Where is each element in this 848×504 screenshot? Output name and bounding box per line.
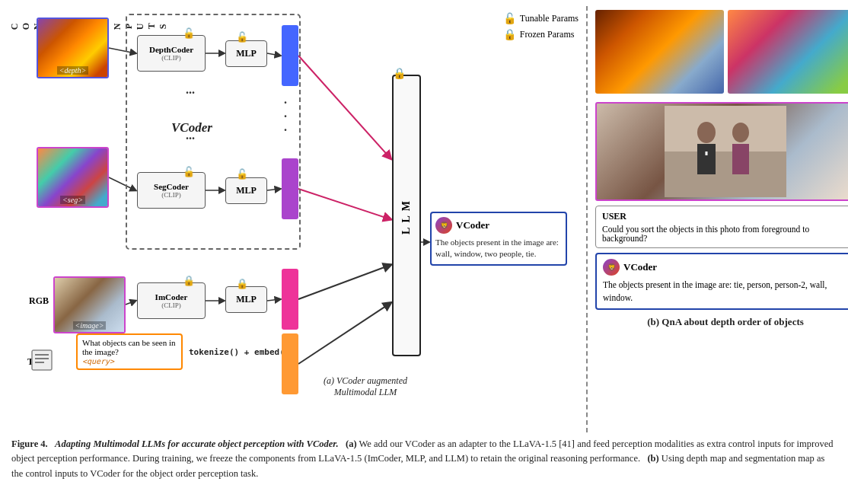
user-question-text: Could you sort the objects in this photo…	[602, 225, 848, 243]
seg-coder-label: SegCoder	[154, 182, 189, 191]
thermal-pseudo	[595, 10, 724, 94]
depth-coder-lock: 🔓	[183, 27, 195, 40]
llm-box: LLM	[392, 75, 421, 356]
right-rgb-photo	[595, 102, 848, 201]
svg-rect-19	[665, 152, 786, 197]
frozen-label: Frozen Params	[520, 29, 575, 40]
seg-pseudo-img: <seg>	[38, 148, 107, 206]
section-b-label: (b) QnA about depth order of objects	[595, 316, 848, 328]
figure-part-a-label: (a)	[346, 439, 357, 449]
figure-number: Figure 4.	[11, 439, 48, 449]
mlp-seg-label: MLP	[236, 185, 257, 196]
svg-line-2	[126, 301, 135, 305]
rgb-image: <image>	[53, 276, 126, 333]
rgb-side-label: RGB	[29, 295, 49, 307]
svg-rect-24	[732, 144, 749, 174]
seg-label: <seg>	[60, 196, 85, 204]
frozen-legend: 🔒 Frozen Params	[503, 28, 579, 41]
tokenize-label: tokenize() + embed()	[189, 347, 289, 357]
svg-line-12	[298, 303, 391, 364]
svg-line-9	[298, 56, 391, 158]
mlp-depth-label: MLP	[236, 48, 257, 59]
right-section: USER Could you sort the objects in this …	[586, 6, 848, 432]
svg-rect-21	[697, 144, 716, 174]
rgb-photo-svg	[665, 106, 786, 197]
text-query-text: What objects can be seen in the image?	[82, 338, 175, 356]
answer-header: 🦁 VCoder	[435, 217, 562, 234]
vcoder-answer-box: 🦁 VCoder The objects present in the imag…	[430, 212, 567, 266]
figure-caption: Figure 4. Adapting Multimodal LLMs for a…	[8, 432, 840, 481]
user-label: USER	[602, 211, 848, 222]
svg-line-8	[267, 299, 280, 301]
caption-line1: (a) VCoder augmented	[324, 375, 407, 386]
depth-label: <depth>	[57, 66, 89, 75]
mlp-seg-lock: 🔓	[236, 168, 248, 180]
vcoder-right-answer-text: The objects present in the image are: ti…	[603, 279, 848, 304]
seg-right-pseudo	[728, 10, 849, 94]
im-coder-sub: (CLIP)	[161, 301, 181, 309]
text-query-box: What objects can be seen in the image? <…	[76, 333, 183, 370]
seg-coder-sub: (CLIP)	[161, 191, 181, 199]
feat-bar-purple	[282, 158, 298, 219]
frozen-lock-icon: 🔒	[503, 28, 516, 41]
tunable-label: Tunable Params	[520, 13, 579, 24]
vcoder-right-label: VCoder	[623, 261, 657, 273]
vcoder-right-answer-box: 🦁 VCoder The objects present in the imag…	[595, 253, 848, 310]
llm-label: LLM	[400, 196, 413, 234]
svg-point-23	[732, 123, 749, 142]
feat-bar-pink	[282, 269, 298, 330]
mlp-depth-lock: 🔓	[236, 31, 248, 43]
seg-image: <seg>	[37, 147, 109, 208]
diagram-caption: (a) VCoder augmented Multimodal LLM	[297, 375, 434, 398]
tunable-lock-icon: 🔓	[503, 12, 516, 25]
user-question-box: USER Could you sort the objects in this …	[595, 206, 848, 248]
figure-part-b-label: (b)	[647, 453, 658, 464]
im-coder-label: ImCoder	[155, 292, 188, 301]
svg-rect-14	[32, 350, 52, 370]
feat-dots: ···	[284, 96, 285, 137]
vcoder-dots-2: · · ·	[186, 132, 193, 145]
right-thermal-img	[595, 10, 724, 94]
left-diagram: CONTROL INPUTS 🔓 Tunable Params 🔒 Frozen…	[8, 6, 586, 432]
text-icon	[30, 349, 53, 377]
feat-bar-blue	[282, 25, 298, 86]
mlp-depth-box: MLP	[225, 40, 267, 67]
right-seg-img	[728, 10, 849, 94]
im-coder-box: ImCoder (CLIP)	[137, 282, 206, 319]
query-label: <query>	[82, 357, 114, 365]
mlp-im-label: MLP	[236, 294, 257, 305]
feat-bar-orange	[282, 333, 298, 394]
depth-coder-label: DepthCoder	[149, 45, 193, 54]
caption-line2: Multimodal LLM	[334, 387, 397, 397]
seg-coder-lock: 🔓	[183, 166, 195, 178]
figure-bold-part: Adapting Multimodal LLMs for accurate ob…	[55, 439, 339, 449]
vcoder-right-avatar: 🦁	[603, 259, 620, 276]
image-label: <image>	[73, 321, 107, 330]
answer-box-text: The objects present in the image are: wa…	[435, 237, 562, 260]
mlp-seg-box: MLP	[225, 177, 267, 204]
svg-point-20	[697, 122, 716, 143]
vcoder-avatar: 🦁	[435, 217, 452, 234]
depth-pseudo-img: <depth>	[38, 19, 107, 77]
answer-box-title: VCoder	[456, 219, 489, 231]
rgb-pseudo-img: <image>	[55, 278, 124, 332]
vcoder-right-header: 🦁 VCoder	[603, 259, 848, 276]
main-container: CONTROL INPUTS 🔓 Tunable Params 🔒 Frozen…	[0, 0, 848, 487]
depth-image: <depth>	[37, 18, 109, 78]
depth-coder-box: DepthCoder (CLIP)	[137, 35, 206, 72]
mlp-im-lock: 🔒	[236, 278, 248, 290]
legend: 🔓 Tunable Params 🔒 Frozen Params	[503, 12, 579, 41]
depth-coder-sub: (CLIP)	[161, 54, 181, 62]
seg-coder-box: SegCoder (CLIP)	[137, 172, 206, 209]
tunable-legend: 🔓 Tunable Params	[503, 12, 579, 25]
llm-lock: 🔒	[393, 67, 406, 80]
svg-line-10	[298, 189, 391, 219]
right-top-images	[595, 10, 848, 97]
svg-line-11	[298, 265, 391, 299]
im-coder-lock: 🔒	[183, 275, 195, 287]
diagram-area: CONTROL INPUTS 🔓 Tunable Params 🔒 Frozen…	[8, 6, 840, 432]
vcoder-dots-1: · · ·	[186, 86, 193, 100]
mlp-im-box: MLP	[225, 286, 267, 313]
